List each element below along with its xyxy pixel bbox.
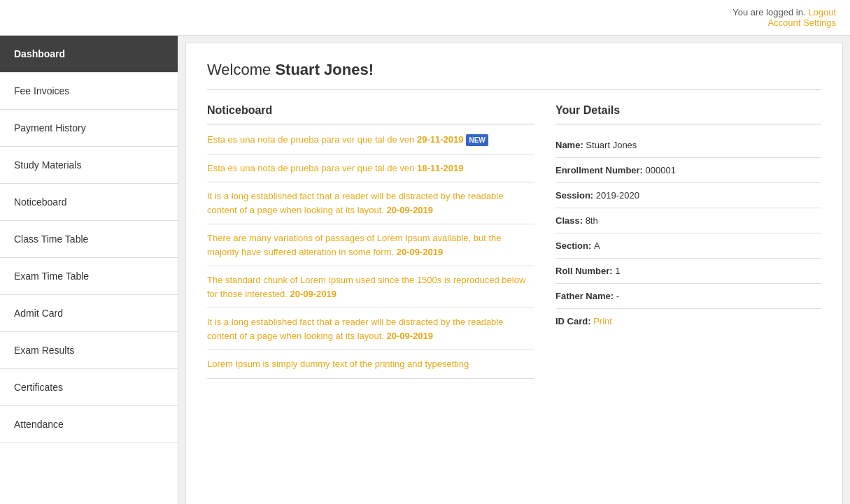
notice-date: 20-09-2019 — [387, 331, 434, 341]
main-wrapper: DashboardFee InvoicesPayment HistoryStud… — [0, 36, 850, 504]
detail-value: 1 — [615, 266, 620, 276]
notice-item: It is a long established fact that a rea… — [207, 315, 534, 350]
detail-row: Roll Number: 1 — [555, 259, 821, 284]
detail-label: Class: — [555, 215, 586, 226]
notice-item: There are many variations of passages of… — [207, 231, 534, 266]
sidebar-item-noticeboard[interactable]: Noticeboard — [0, 184, 178, 221]
detail-value: A — [594, 240, 600, 251]
your-details-section: Your Details Name: Stuart JonesEnrollmen… — [555, 104, 821, 386]
noticeboard-section: Noticeboard Esta es una nota de prueba p… — [207, 104, 534, 386]
sidebar-item-certificates[interactable]: Certificates — [0, 369, 178, 406]
sidebar-item-admit-card[interactable]: Admit Card — [0, 295, 178, 332]
welcome-title: Welcome Stuart Jones! — [207, 61, 821, 79]
detail-label: ID Card: — [555, 316, 593, 326]
detail-label: Father Name: — [555, 291, 616, 301]
main-content: Welcome Stuart Jones! Noticeboard Esta e… — [185, 43, 843, 504]
your-details-title: Your Details — [555, 104, 821, 117]
notice-date: 20-09-2019 — [290, 289, 337, 299]
noticeboard-title: Noticeboard — [207, 104, 534, 117]
notice-item: Esta es una nota de prueba para ver que … — [207, 133, 534, 154]
detail-value: Stuart Jones — [586, 140, 637, 150]
detail-label: Session: — [555, 190, 596, 201]
detail-row: Enrollment Number: 000001 — [555, 158, 821, 183]
notice-date: 18-11-2019 — [417, 163, 464, 173]
content-columns: Noticeboard Esta es una nota de prueba p… — [207, 104, 821, 386]
id-card-print-link[interactable]: Print — [593, 316, 612, 326]
notice-date: 20-09-2019 — [397, 247, 444, 257]
sidebar-item-dashboard[interactable]: Dashboard — [0, 36, 178, 73]
detail-label: Enrollment Number: — [555, 165, 646, 175]
account-settings-link[interactable]: Account Settings — [14, 17, 836, 28]
detail-value: - — [616, 291, 619, 301]
welcome-name: Stuart Jones! — [275, 61, 374, 78]
sidebar-item-exam-timetable[interactable]: Exam Time Table — [0, 258, 178, 295]
detail-label: Name: — [555, 140, 586, 150]
notice-new-badge: NEW — [466, 134, 488, 146]
welcome-divider — [207, 89, 821, 90]
notice-date: 29-11-2019 — [417, 134, 464, 145]
logged-in-text: You are logged in. — [732, 7, 805, 17]
logout-link[interactable]: Logout — [808, 7, 836, 17]
welcome-prefix: Welcome — [207, 61, 275, 78]
detail-row: Class: 8th — [555, 208, 821, 233]
detail-value: 8th — [586, 215, 598, 226]
detail-row: ID Card: Print — [555, 309, 821, 333]
notice-item: Esta es una nota de prueba para ver que … — [207, 161, 534, 183]
notice-date: 20-09-2019 — [387, 205, 434, 215]
detail-label: Roll Number: — [555, 266, 615, 276]
notice-item: The standard chunk of Lorem Ipsum used s… — [207, 273, 534, 308]
sidebar-item-payment-history[interactable]: Payment History — [0, 110, 178, 147]
sidebar: DashboardFee InvoicesPayment HistoryStud… — [0, 36, 178, 504]
detail-value: 000001 — [646, 165, 676, 175]
noticeboard-divider — [207, 124, 534, 124]
sidebar-item-fee-invoices[interactable]: Fee Invoices — [0, 73, 178, 110]
notice-item: Lorem Ipsum is simply dummy text of the … — [207, 357, 534, 379]
detail-label: Section: — [555, 240, 594, 251]
sidebar-item-study-materials[interactable]: Study Materials — [0, 147, 178, 184]
detail-value: 2019-2020 — [596, 190, 639, 201]
sidebar-item-attendance[interactable]: Attendance — [0, 406, 178, 443]
sidebar-item-class-timetable[interactable]: Class Time Table — [0, 221, 178, 258]
details-container: Name: Stuart JonesEnrollment Number: 000… — [555, 133, 821, 333]
notices-container: Esta es una nota de prueba para ver que … — [207, 133, 534, 379]
top-bar: You are logged in. Logout Account Settin… — [0, 0, 850, 36]
sidebar-item-exam-results[interactable]: Exam Results — [0, 332, 178, 369]
detail-row: Father Name: - — [555, 284, 821, 309]
notice-item: It is a long established fact that a rea… — [207, 189, 534, 224]
detail-row: Section: A — [555, 233, 821, 259]
detail-row: Name: Stuart Jones — [555, 133, 821, 158]
detail-row: Session: 2019-2020 — [555, 183, 821, 208]
your-details-divider — [555, 124, 821, 124]
